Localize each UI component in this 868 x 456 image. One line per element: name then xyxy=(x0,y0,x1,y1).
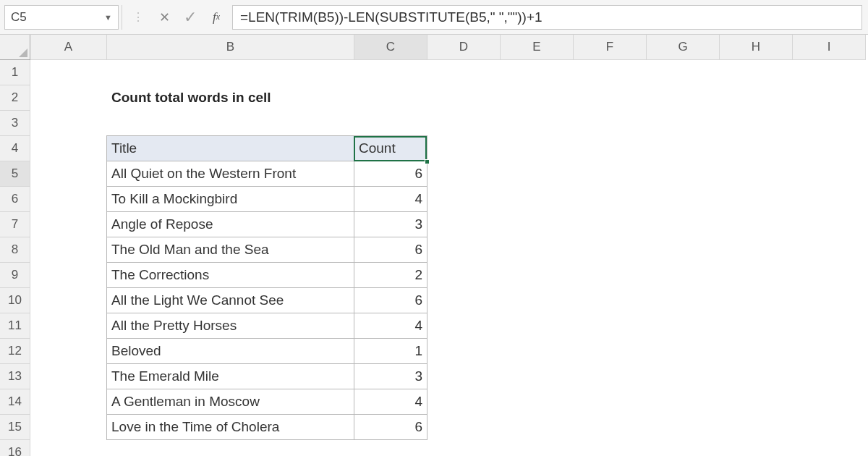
cell-empty[interactable] xyxy=(30,389,107,415)
cell-empty[interactable] xyxy=(647,339,720,364)
table-row[interactable]: 6 xyxy=(354,287,427,313)
table-row[interactable]: 4 xyxy=(354,313,427,339)
cell-empty[interactable] xyxy=(720,136,793,161)
cell-empty[interactable] xyxy=(427,85,501,111)
cell-empty[interactable] xyxy=(793,415,866,440)
cell-empty[interactable] xyxy=(501,237,574,263)
cell-empty[interactable] xyxy=(720,263,793,288)
cell-empty[interactable] xyxy=(30,415,107,440)
row-header-14[interactable]: 14 xyxy=(0,389,30,415)
cell-empty[interactable] xyxy=(574,288,647,313)
cell-empty[interactable] xyxy=(647,111,720,136)
cell-empty[interactable] xyxy=(354,60,427,85)
cell-empty[interactable] xyxy=(427,415,501,440)
cell-empty[interactable] xyxy=(647,212,720,237)
fill-handle[interactable] xyxy=(425,159,430,164)
cell-empty[interactable] xyxy=(647,85,720,111)
table-header-title[interactable]: Title xyxy=(106,135,354,161)
cell-empty[interactable] xyxy=(354,111,427,136)
cell-empty[interactable] xyxy=(793,161,866,187)
cell-empty[interactable] xyxy=(574,415,647,440)
cell-empty[interactable] xyxy=(647,161,720,187)
cell-empty[interactable] xyxy=(30,111,107,136)
row-header-2[interactable]: 2 xyxy=(0,85,30,111)
cell-empty[interactable] xyxy=(574,60,647,85)
cell-empty[interactable] xyxy=(501,60,574,85)
column-header-G[interactable]: G xyxy=(647,35,720,60)
cell-empty[interactable] xyxy=(30,339,107,364)
cell-empty[interactable] xyxy=(574,313,647,339)
row-header-11[interactable]: 11 xyxy=(0,313,30,339)
cell-empty[interactable] xyxy=(501,263,574,288)
cell-empty[interactable] xyxy=(793,313,866,339)
cell-empty[interactable] xyxy=(501,161,574,187)
row-header-6[interactable]: 6 xyxy=(0,187,30,212)
select-all-corner[interactable] xyxy=(0,35,30,60)
cell-empty[interactable] xyxy=(793,339,866,364)
cell-empty[interactable] xyxy=(501,187,574,212)
column-header-D[interactable]: D xyxy=(427,35,501,60)
cancel-button[interactable]: ✕ xyxy=(151,5,177,30)
cell-empty[interactable] xyxy=(30,136,107,161)
row-header-5[interactable]: 5 xyxy=(0,161,30,187)
cell-empty[interactable] xyxy=(427,288,501,313)
row-header-9[interactable]: 9 xyxy=(0,263,30,288)
table-row[interactable]: All the Pretty Horses xyxy=(106,313,354,339)
row-header-7[interactable]: 7 xyxy=(0,212,30,237)
chevron-down-icon[interactable]: ▼ xyxy=(104,13,112,22)
table-row[interactable]: To Kill a Mockingbird xyxy=(106,186,354,212)
cell-empty[interactable] xyxy=(107,440,354,456)
table-row[interactable]: 6 xyxy=(354,237,427,263)
cell-empty[interactable] xyxy=(427,339,501,364)
column-header-E[interactable]: E xyxy=(501,35,574,60)
cell-empty[interactable] xyxy=(427,161,501,187)
row-header-8[interactable]: 8 xyxy=(0,237,30,263)
cell-empty[interactable] xyxy=(501,288,574,313)
cell-empty[interactable] xyxy=(574,136,647,161)
cell-empty[interactable] xyxy=(720,187,793,212)
cell-empty[interactable] xyxy=(501,85,574,111)
cell-empty[interactable] xyxy=(793,263,866,288)
cell-empty[interactable] xyxy=(574,237,647,263)
cell-empty[interactable] xyxy=(793,212,866,237)
table-row[interactable]: 3 xyxy=(354,363,427,389)
table-row[interactable]: Beloved xyxy=(106,338,354,364)
cell-empty[interactable] xyxy=(107,60,354,85)
cell-empty[interactable] xyxy=(647,237,720,263)
cell-empty[interactable] xyxy=(30,85,107,111)
table-row[interactable]: The Corrections xyxy=(106,262,354,288)
cell-empty[interactable] xyxy=(574,187,647,212)
column-header-B[interactable]: B xyxy=(107,35,354,60)
cell-empty[interactable] xyxy=(647,288,720,313)
cell-empty[interactable] xyxy=(720,60,793,85)
cell-empty[interactable] xyxy=(574,161,647,187)
table-row[interactable]: The Emerald Mile xyxy=(106,363,354,389)
cell-empty[interactable] xyxy=(793,237,866,263)
cell-empty[interactable] xyxy=(30,212,107,237)
row-header-12[interactable]: 12 xyxy=(0,339,30,364)
spreadsheet-grid[interactable]: ABCDEFGHI12Count total words in cell34Ti… xyxy=(0,35,868,456)
cell-empty[interactable] xyxy=(30,364,107,389)
cell-empty[interactable] xyxy=(427,364,501,389)
insert-function-button[interactable]: fx xyxy=(203,5,229,30)
cell-empty[interactable] xyxy=(501,111,574,136)
cell-empty[interactable] xyxy=(574,440,647,456)
table-row[interactable]: 1 xyxy=(354,338,427,364)
cell-empty[interactable] xyxy=(793,111,866,136)
page-title[interactable]: Count total words in cell xyxy=(107,85,354,111)
cell-empty[interactable] xyxy=(647,136,720,161)
table-row[interactable]: Love in the Time of Cholera xyxy=(106,414,354,440)
cell-empty[interactable] xyxy=(427,111,501,136)
cell-empty[interactable] xyxy=(427,263,501,288)
cell-empty[interactable] xyxy=(720,364,793,389)
cell-empty[interactable] xyxy=(427,237,501,263)
table-row[interactable]: 3 xyxy=(354,211,427,237)
cell-empty[interactable] xyxy=(720,415,793,440)
cell-empty[interactable] xyxy=(30,237,107,263)
enter-button[interactable]: ✓ xyxy=(177,5,203,30)
column-header-A[interactable]: A xyxy=(30,35,107,60)
cell-empty[interactable] xyxy=(427,389,501,415)
name-box[interactable]: C5 ▼ xyxy=(4,5,119,30)
cell-empty[interactable] xyxy=(793,60,866,85)
column-header-C[interactable]: C xyxy=(354,35,427,60)
